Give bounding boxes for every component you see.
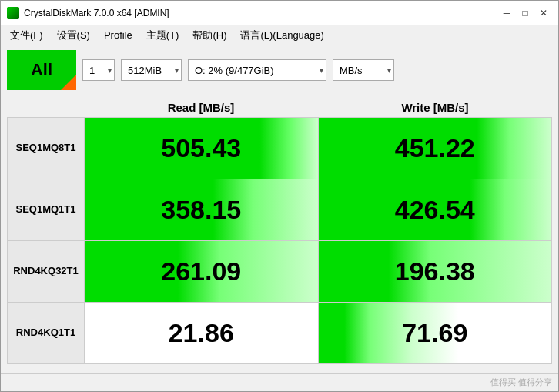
maximize-button[interactable]: □ (517, 5, 534, 22)
row-label-text2: Q1T1 (51, 327, 76, 340)
row-label-text2: Q8T1 (51, 142, 76, 155)
row-label-text: RND4K (16, 327, 51, 340)
title-bar-left: CrystalDiskMark 7.0.0 x64 [ADMIN] (7, 7, 169, 19)
write-value-rnd4k-q32t1: 196.38 (319, 241, 552, 302)
row-label-rnd4k-q32t1: RND4K Q32T1 (8, 241, 85, 302)
title-bar: CrystalDiskMark 7.0.0 x64 [ADMIN] ─ □ ✕ (1, 1, 558, 25)
all-button[interactable]: All (7, 50, 76, 90)
status-bar: 值得买·值得分享 (1, 373, 558, 391)
read-value-rnd4k-q1t1: 21.86 (85, 303, 319, 363)
unit-select[interactable]: MB/s GB/s IOPS μs (333, 59, 394, 81)
write-header: Write [MB/s] (318, 98, 552, 117)
table-row: SEQ1M Q1T1 358.15 426.54 (7, 179, 552, 240)
row-label-rnd4k-q1t1: RND4K Q1T1 (8, 303, 85, 363)
menu-bar: 文件(F) 设置(S) Profile 主题(T) 帮助(H) 语言(L)(La… (1, 25, 558, 45)
menu-file[interactable]: 文件(F) (4, 27, 49, 44)
app-icon (7, 7, 19, 19)
app-window: CrystalDiskMark 7.0.0 x64 [ADMIN] ─ □ ✕ … (0, 0, 559, 392)
read-value-seq1m-q1t1: 358.15 (85, 179, 319, 240)
menu-language[interactable]: 语言(L)(Language) (234, 27, 330, 44)
benchmark-table: Read [MB/s] Write [MB/s] SEQ1M Q8T1 505.… (1, 95, 558, 373)
count-select-wrapper: 1 3 5 7 9 ▾ (82, 59, 115, 81)
row-label-seq1m-q1t1: SEQ1M Q1T1 (8, 179, 85, 240)
menu-profile[interactable]: Profile (98, 28, 139, 42)
table-header: Read [MB/s] Write [MB/s] (7, 98, 552, 117)
drive-select-wrapper: O: 2% (9/477GiB) ▾ (188, 59, 326, 81)
table-row: RND4K Q1T1 21.86 71.69 (7, 302, 552, 364)
read-value-rnd4k-q32t1: 261.09 (85, 241, 319, 302)
write-value-rnd4k-q1t1: 71.69 (319, 303, 552, 363)
count-select[interactable]: 1 3 5 7 9 (82, 59, 115, 81)
label-col-header (7, 98, 84, 117)
row-label-seq1m-q8t1: SEQ1M Q8T1 (8, 118, 85, 179)
unit-select-wrapper: MB/s GB/s IOPS μs ▾ (333, 59, 394, 81)
row-label-text2: Q32T1 (48, 265, 79, 278)
close-button[interactable]: ✕ (535, 5, 552, 22)
watermark: 值得买·值得分享 (490, 377, 552, 388)
menu-help[interactable]: 帮助(H) (186, 27, 233, 44)
write-value-seq1m-q8t1: 451.22 (319, 118, 552, 179)
toolbar: All 1 3 5 7 9 ▾ 512MiB 1GiB 2GiB 4GiB 8G… (1, 45, 558, 95)
row-label-text: RND4K (13, 265, 48, 278)
row-label-text2: Q1T1 (51, 203, 76, 216)
menu-theme[interactable]: 主题(T) (140, 27, 186, 44)
table-row: SEQ1M Q8T1 505.43 451.22 (7, 117, 552, 179)
row-label-text: SEQ1M (15, 203, 51, 216)
read-header: Read [MB/s] (84, 98, 318, 117)
drive-select[interactable]: O: 2% (9/477GiB) (188, 59, 326, 81)
size-select[interactable]: 512MiB 1GiB 2GiB 4GiB 8GiB 16GiB 32GiB 6… (121, 59, 182, 81)
minimize-button[interactable]: ─ (498, 5, 515, 22)
table-row: RND4K Q32T1 261.09 196.38 (7, 240, 552, 302)
window-title: CrystalDiskMark 7.0.0 x64 [ADMIN] (24, 8, 169, 18)
title-controls: ─ □ ✕ (498, 5, 552, 22)
menu-settings[interactable]: 设置(S) (51, 27, 96, 44)
row-label-text: SEQ1M (15, 142, 51, 155)
write-value-seq1m-q1t1: 426.54 (319, 179, 552, 240)
read-value-seq1m-q8t1: 505.43 (85, 118, 319, 179)
size-select-wrapper: 512MiB 1GiB 2GiB 4GiB 8GiB 16GiB 32GiB 6… (121, 59, 182, 81)
